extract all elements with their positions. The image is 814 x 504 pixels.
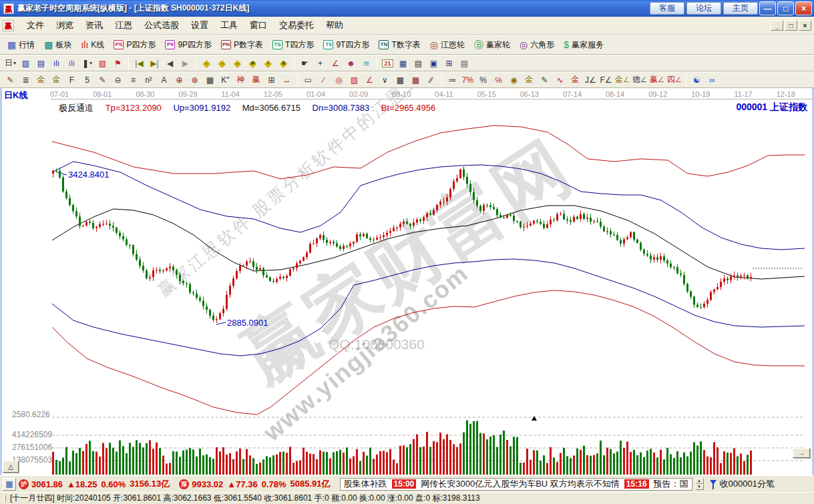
print-button[interactable]: ▤	[457, 56, 471, 70]
support-button[interactable]: 客服	[650, 2, 684, 15]
n2-tool[interactable]: n²	[142, 73, 156, 87]
t-square-button[interactable]: TST四方形	[268, 37, 318, 53]
grid-target-tool[interactable]: ▦	[203, 73, 217, 87]
news-ticker[interactable]: 股集体补跌15:00网传长安3000亿元入股华为车BU 双方均表示不知情15:1…	[340, 478, 692, 491]
candle-style-button[interactable]: ❚▾	[80, 56, 94, 70]
p-number-button[interactable]: PNP数字表	[217, 37, 267, 53]
flag-button[interactable]: ⚑	[111, 56, 125, 70]
menu-item-文件[interactable]: 文件	[21, 17, 50, 33]
pen3-tool[interactable]: ✎	[538, 73, 552, 87]
seven-pct-tool[interactable]: 7%	[461, 73, 475, 87]
gold-line2-tool[interactable]: 金	[568, 73, 582, 87]
expand-volume-button[interactable]: △	[3, 461, 19, 473]
gann-wheel-button[interactable]: ◎江恩轮	[426, 37, 469, 53]
compass-tool[interactable]: ⊖	[111, 73, 125, 87]
circle-rays-tool[interactable]: ◎	[332, 73, 346, 87]
f-scale-tool[interactable]: F	[65, 73, 79, 87]
notes-button[interactable]: ▤	[411, 56, 425, 70]
layout-select-button[interactable]: 日▾	[3, 56, 17, 70]
diamond-right-button[interactable]: ◆→	[215, 56, 229, 70]
child-close-button[interactable]: ×	[799, 20, 811, 31]
diamond-grid-button[interactable]: ◆⊕	[276, 56, 290, 70]
last-bar-button[interactable]: ▶|	[148, 56, 162, 70]
p-square-button[interactable]: PSP四方形	[110, 37, 160, 53]
scroll-right-button[interactable]: →	[793, 448, 810, 458]
box-tool[interactable]: ▭	[301, 73, 315, 87]
pct-line-tool[interactable]: ℅	[491, 73, 505, 87]
head-tool-button[interactable]: ☻	[344, 56, 358, 70]
sectors-button[interactable]: ▩板块	[40, 37, 75, 53]
pen-tool[interactable]: ✎	[3, 73, 17, 87]
news-item[interactable]: 股集体补跌	[344, 478, 387, 490]
quotes-button[interactable]: ▦行情	[3, 37, 39, 53]
v-tool[interactable]: ∨	[378, 73, 392, 87]
menu-item-帮助[interactable]: 帮助	[320, 17, 349, 33]
homepage-button[interactable]: 主页	[723, 2, 758, 15]
news-item[interactable]: 网传长安3000亿元入股华为车BU 双方均表示不知情	[421, 478, 620, 490]
winner-service-button[interactable]: $赢家服务	[560, 37, 608, 53]
menu-item-江恩[interactable]: 江恩	[109, 17, 138, 33]
menu-item-浏览[interactable]: 浏览	[50, 17, 79, 33]
angle-ying-tool[interactable]: 赢∠	[649, 73, 665, 87]
spinner-down-icon[interactable]: ▼	[695, 484, 704, 490]
candle-style-button-dropdown-icon[interactable]: ▾	[89, 60, 92, 66]
gold-scale2-tool[interactable]: 金	[49, 73, 63, 87]
gold-lines-tool[interactable]: 金	[522, 73, 536, 87]
crosshair-button[interactable]: +	[313, 56, 327, 70]
kline-highlight-button[interactable]: ▧	[95, 56, 110, 70]
diamond-left-button[interactable]: ◆←	[200, 56, 214, 70]
pen2-tool[interactable]: ✎	[95, 73, 110, 87]
menu-item-设置[interactable]: 设置	[185, 17, 214, 33]
angle-si-tool[interactable]: 四∠	[666, 73, 682, 87]
square-hatch-tool[interactable]: ▨	[347, 73, 361, 87]
child-restore-button[interactable]: □	[785, 20, 797, 31]
yinyang-button[interactable]: ☯	[690, 73, 704, 87]
save-button[interactable]: ▣	[427, 56, 441, 70]
calendar-button[interactable]: 21	[381, 56, 395, 70]
draw-angle-button[interactable]: ∠	[329, 56, 343, 70]
angle-j-tool[interactable]: J∠	[584, 73, 598, 87]
slash-tool[interactable]: ∕∕	[424, 73, 438, 87]
layout-select-button-dropdown-icon[interactable]: ▾	[13, 60, 16, 66]
diamond-cross-button[interactable]: ◆+	[261, 56, 275, 70]
spinner-up-icon[interactable]: ▲	[695, 478, 704, 484]
infinity-button[interactable]: ∞	[705, 73, 719, 87]
prev-bar-button[interactable]: ◀	[163, 56, 177, 70]
9p-square-button[interactable]: P99P四方形	[161, 37, 216, 53]
pct-tool[interactable]: %	[476, 73, 490, 87]
diamond-compress-button[interactable]: ◆⇄	[246, 56, 260, 70]
ticker-spinner[interactable]: ▲▼	[695, 478, 704, 490]
copy-window-button[interactable]: ⊞	[442, 56, 456, 70]
angle-rays-tool[interactable]: ∠	[363, 73, 377, 87]
brain-tool-button[interactable]: ≋	[359, 56, 373, 70]
ying-grid-tool[interactable]: 赢	[249, 73, 263, 87]
gold-circle-tool[interactable]: ◉	[507, 73, 521, 87]
menu-item-窗口[interactable]: 窗口	[244, 17, 273, 33]
9t-square-button[interactable]: T99T四方形	[319, 37, 373, 53]
bars9-button[interactable]: ılı	[65, 56, 79, 70]
hand-button[interactable]: ☛	[298, 56, 312, 70]
first-bar-button[interactable]: |◀	[132, 56, 146, 70]
close-button[interactable]: ×	[795, 1, 812, 15]
rays-tool[interactable]: ∕	[317, 73, 331, 87]
news-item[interactable]: 预告：国	[654, 478, 688, 490]
wave-tool[interactable]: ∿	[553, 73, 567, 87]
tick-data-label[interactable]: 收000001分笔	[720, 478, 775, 490]
width-tool[interactable]: ↔	[280, 73, 294, 87]
minimize-button[interactable]: —	[759, 1, 776, 15]
angle-f-tool[interactable]: F∠	[599, 73, 613, 87]
hexagon-button[interactable]: ◎六角形	[516, 37, 558, 53]
bars-percent-tool[interactable]: ≔	[445, 73, 459, 87]
gold-scale1-tool[interactable]: 金	[34, 73, 48, 87]
maximize-button[interactable]: □	[777, 1, 794, 15]
child-minimize-button[interactable]: _	[771, 20, 783, 31]
angle-de-tool[interactable]: 徳∠	[632, 73, 648, 87]
grid-fine2-tool[interactable]: ▦	[409, 73, 423, 87]
calculator-button[interactable]: ▦	[396, 56, 410, 70]
circle-cross-tool[interactable]: ⊕	[172, 73, 186, 87]
shenzhen-index-quote[interactable]: 深 9933.02 ▲77.36 0.78% 5085.91亿	[179, 478, 334, 490]
five-scale-tool[interactable]: 5	[80, 73, 94, 87]
angle-gold-tool[interactable]: 金∠	[614, 73, 630, 87]
menu-item-工具[interactable]: 工具	[214, 17, 244, 33]
diamond-hexpand-button[interactable]: ◆↔	[230, 56, 244, 70]
